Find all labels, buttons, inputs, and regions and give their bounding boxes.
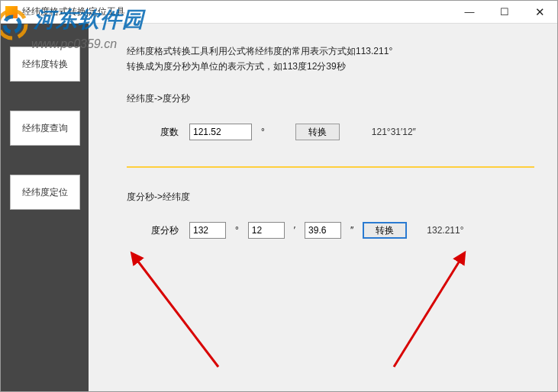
svg-line-0 [136, 259, 218, 367]
min-unit: ′ [294, 225, 295, 236]
sidebar-item-label: 经纬度定位 [22, 186, 68, 199]
description-line1: 经纬度格式转换工具利用公式将经纬度的常用表示方式如113.211° [127, 43, 534, 59]
divider [127, 166, 534, 168]
description-line2: 转换成为度分秒为单位的表示方式，如113度12分39秒 [127, 59, 534, 74]
dms-deg-input[interactable] [189, 222, 226, 239]
window-title: 经纬度格式转换|定位工具 [22, 5, 452, 18]
maximize-button[interactable]: ☐ [487, 1, 522, 24]
sidebar-item-label: 经纬度查询 [22, 122, 68, 135]
convert-to-decimal-button[interactable]: 转换 [363, 222, 407, 239]
dms-sec-input[interactable] [305, 222, 341, 239]
close-button[interactable]: ✕ [522, 1, 557, 24]
deg-unit: ° [235, 225, 239, 236]
section1-row: 度数 ° 转换 121°31′12″ [148, 124, 534, 140]
section2-row: 度分秒 ° ′ ″ 转换 132.211° [148, 222, 534, 239]
convert-to-dms-button[interactable]: 转换 [295, 124, 340, 140]
degree-unit: ° [261, 127, 265, 137]
description: 经纬度格式转换工具利用公式将经纬度的常用表示方式如113.211° 转换成为度分… [127, 43, 534, 74]
svg-line-1 [394, 259, 461, 367]
sidebar-item-lookup[interactable]: 经纬度查询 [10, 111, 80, 146]
dms-min-input[interactable] [248, 222, 285, 239]
degree-label: 度数 [148, 126, 179, 139]
main-panel: 经纬度格式转换工具利用公式将经纬度的常用表示方式如113.211° 转换成为度分… [89, 24, 557, 391]
sec-unit: ″ [350, 225, 353, 236]
sidebar-item-label: 经纬度转换 [22, 58, 68, 71]
dms-result: 121°31′12″ [372, 127, 416, 137]
annotation-arrow-left [119, 245, 241, 382]
app-icon [5, 6, 18, 18]
section1-title: 经纬度->度分秒 [127, 92, 534, 105]
sidebar-item-locate[interactable]: 经纬度定位 [10, 175, 80, 210]
dms-label: 度分秒 [148, 224, 179, 237]
degree-input[interactable] [189, 124, 252, 140]
sidebar-item-convert[interactable]: 经纬度转换 [10, 47, 80, 82]
decimal-result: 132.211° [427, 225, 463, 236]
section2-title: 度分秒->经纬度 [127, 191, 534, 204]
annotation-arrow-right [379, 245, 501, 382]
sidebar: 经纬度转换 经纬度查询 经纬度定位 [1, 24, 89, 391]
minimize-button[interactable]: — [452, 1, 487, 24]
title-bar: 经纬度格式转换|定位工具 — ☐ ✕ [1, 1, 557, 24]
